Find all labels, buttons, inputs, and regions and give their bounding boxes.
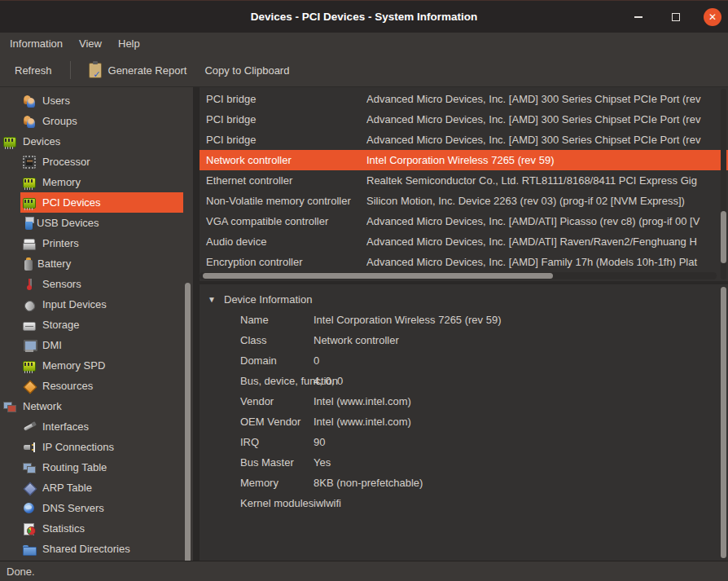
device-row[interactable]: PCI bridge Advanced Micro Devices, Inc. … [200,89,728,109]
sidebar-item-usb-devices[interactable]: USB Devices [20,213,183,233]
sidebar-item-label: DNS Servers [42,502,104,514]
sidebar-item-label: Battery [37,257,71,270]
info-label: Bus, device, function [200,375,314,387]
window-controls: ✕ [629,7,721,27]
device-class-cell: Network controller [200,154,366,166]
vscroll-thumb[interactable] [721,211,726,263]
thermometer-icon [23,278,36,291]
info-label: Memory [200,477,314,489]
maximize-button[interactable] [666,7,686,27]
sidebar-item-input-devices[interactable]: Input Devices [20,294,183,315]
titlebar: Devices - PCI Devices - System Informati… [0,0,728,33]
device-info-pane: ▼ Device Information Name Intel Corporat… [200,284,728,561]
device-row[interactable]: Ethernet controller Realtek Semiconducto… [200,170,728,191]
close-icon: ✕ [708,12,717,22]
sidebar-item-label: Shared Directories [42,543,130,555]
sidebar-item-users[interactable]: Users [20,90,183,111]
sidebar-item-routing-table[interactable]: Routing Table [20,457,183,478]
sidebar-item-dns-servers[interactable]: DNS Servers [20,498,183,518]
sidebar-item-storage[interactable]: Storage [20,315,183,335]
info-row: Memory 8KB (non-prefetchable) [200,473,728,493]
sidebar-item-label: Network [23,400,62,412]
expander-triangle-icon[interactable]: ▼ [208,295,216,304]
device-info-header[interactable]: ▼ Device Information [200,289,728,310]
device-class-cell: Audio device [200,235,366,248]
device-row[interactable]: Encryption controller Advanced Micro Dev… [200,252,728,272]
minimize-button[interactable] [629,7,648,27]
app-window: Devices - PCI Devices - System Informati… [0,0,728,581]
sidebar-item-label: Groups [42,115,77,127]
refresh-button[interactable]: Refresh [8,59,59,81]
device-row[interactable]: Network controller Intel Corporation Wir… [200,150,728,170]
sidebar-item-label: Sensors [42,278,81,290]
sidebar-scrollbar-thumb[interactable] [185,283,191,561]
menu-help[interactable]: Help [110,35,148,52]
device-class-cell: Non-Volatile memory controller [200,195,366,207]
sidebar-item-arp-table[interactable]: ARP Table [20,478,183,498]
device-info-rows: Name Intel Corporation Wireless 7265 (re… [200,310,728,513]
sidebar-item-devices[interactable]: Devices [0,131,183,152]
sidebar-item-processor[interactable]: Processor [20,152,183,172]
device-class-cell: Encryption controller [200,256,366,268]
computer-icon [23,339,36,352]
info-value: Yes [314,456,728,469]
sidebar-item-shared-directories[interactable]: Shared Directories [20,539,183,559]
sidebar-item-battery[interactable]: Battery [20,253,183,274]
info-value: 4, 0, 0 [314,375,728,387]
sidebar-item-sensors[interactable]: Sensors [20,274,183,294]
sidebar-item-label: IP Connections [42,441,114,453]
sidebar-item-ip-connections[interactable]: IP Connections [20,437,183,457]
device-description-cell: Intel Corporation Wireless 7265 (rev 59) [366,154,728,166]
info-label: Kernel modules [200,497,314,509]
sidebar-item-label: Interfaces [42,420,89,433]
menu-information[interactable]: Information [2,35,71,52]
device-row[interactable]: Audio device Advanced Micro Devices, Inc… [200,231,728,252]
mouse-icon [23,298,36,311]
close-button[interactable]: ✕ [704,8,721,26]
sidebar-item-dmi[interactable]: DMI [20,335,183,355]
sidebar-item-label: Printers [42,237,79,249]
copy-to-clipboard-button[interactable]: Copy to Clipboard [198,59,296,81]
sidebar-item-printers[interactable]: Printers [20,233,183,253]
memory-icon [23,178,36,188]
device-row[interactable]: VGA compatible controller Advanced Micro… [200,211,728,231]
refresh-label: Refresh [15,64,52,77]
content-area: PCI bridge Advanced Micro Devices, Inc. … [200,87,728,561]
info-row: Bus Master Yes [200,452,728,473]
copy-to-clipboard-label: Copy to Clipboard [204,64,289,77]
device-class-cell: PCI bridge [200,93,366,105]
users-icon [23,95,36,108]
info-row: Kernel modules iwlwifi [200,493,728,513]
hscroll-thumb[interactable] [203,273,553,279]
device-list-vscrollbar[interactable] [721,89,726,279]
sidebar-item-interfaces[interactable]: Interfaces [20,416,183,437]
sidebar-item-memory-spd[interactable]: Memory SPD [20,355,183,376]
device-list-hscrollbar[interactable] [200,272,717,279]
info-value: iwlwifi [314,497,728,509]
info-row: Vendor Intel (www.intel.com) [200,391,728,412]
device-row[interactable]: Non-Volatile memory controller Silicon M… [200,191,728,211]
sidebar-item-statistics[interactable]: Statistics [20,518,183,539]
info-vscroll-thumb[interactable] [721,287,726,558]
device-info-vscrollbar[interactable] [721,286,726,559]
device-row[interactable]: PCI bridge Advanced Micro Devices, Inc. … [200,109,728,130]
menu-view[interactable]: View [71,35,110,52]
memory-spd-icon [23,361,36,372]
globe-icon [23,502,36,515]
device-description-cell: Advanced Micro Devices, Inc. [AMD/ATI] P… [366,215,728,227]
generate-report-button[interactable]: Generate Report [82,58,194,83]
sidebar-item-network[interactable]: Network [0,396,183,416]
sidebar-item-pci-devices[interactable]: PCI Devices [20,192,183,213]
statistics-icon [23,522,36,535]
sidebar-item-groups[interactable]: Groups [20,111,183,131]
device-class-cell: VGA compatible controller [200,215,366,227]
status-text: Done. [7,566,35,578]
device-description-cell: Advanced Micro Devices, Inc. [AMD] 300 S… [366,134,728,146]
device-row[interactable]: PCI bridge Advanced Micro Devices, Inc. … [200,130,728,150]
device-class-cell: PCI bridge [200,134,366,146]
sidebar-item-memory[interactable]: Memory [20,172,183,192]
device-description-cell: Advanced Micro Devices, Inc. [AMD] Famil… [366,256,728,268]
info-row: OEM Vendor Intel (www.intel.com) [200,412,728,432]
device-class-cell: PCI bridge [200,113,366,125]
sidebar-item-resources[interactable]: Resources [20,376,183,396]
